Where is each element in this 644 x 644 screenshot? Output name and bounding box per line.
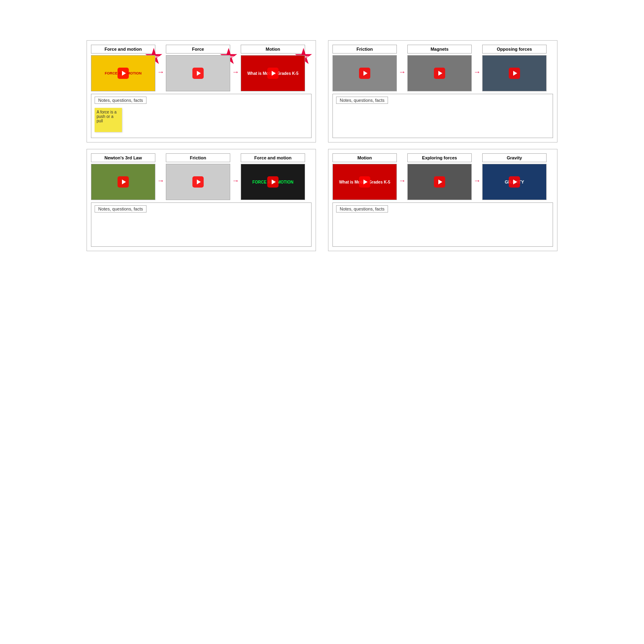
- video-card-force-motion2: Force and motion FORCE AND MOTION: [241, 153, 305, 200]
- arrow-3: →: [155, 177, 166, 185]
- left-row2-section: Newton's 3rd Law → Friction: [87, 149, 316, 251]
- video-thumbnail-6[interactable]: FORCE AND MOTION: [241, 164, 305, 200]
- video-card-force: Force REQUIRED: [166, 45, 230, 91]
- video-card-friction-left: Friction: [166, 153, 230, 200]
- right-row2-section: Motion What is Motion Grades K-5 → Explo…: [328, 149, 557, 251]
- video-label-force-motion2: Force and motion: [241, 153, 305, 162]
- video-thumbnail-4[interactable]: [91, 164, 155, 200]
- arrow-2: →: [230, 68, 241, 76]
- arrow-8: →: [472, 177, 482, 185]
- video-card-motion: Motion REQUIRED What is Motion Grades K-…: [241, 45, 305, 91]
- video-card-opposing-forces: Opposing forces: [482, 45, 547, 91]
- video-wrapper-5: [166, 164, 230, 200]
- video-thumbnail-2[interactable]: [166, 55, 230, 91]
- video-card-magnets: Magnets: [407, 45, 472, 91]
- video-label-force: Force: [166, 45, 230, 54]
- right-row1-videos: Friction → Magnets: [332, 45, 553, 91]
- play-button-9[interactable]: [509, 68, 520, 79]
- notes-label-right-2: Notes, questions, facts: [336, 205, 388, 213]
- video-card-exploring-forces: Exploring forces: [407, 153, 472, 200]
- video-label-opposing-forces: Opposing forces: [482, 45, 547, 54]
- notes-label-left-2: Notes, questions, facts: [95, 205, 147, 213]
- video-thumbnail-1[interactable]: FORCE AND MOTION: [91, 55, 155, 91]
- arrow-5: →: [397, 68, 407, 76]
- arrow-1: →: [155, 68, 166, 76]
- play-button-3[interactable]: [267, 68, 279, 79]
- right-row1-section: Friction → Magnets: [328, 40, 557, 142]
- play-button-5[interactable]: [192, 176, 204, 188]
- play-button-7[interactable]: [359, 68, 370, 79]
- video-thumbnail-9[interactable]: [482, 55, 547, 91]
- sticky-note-1: A force is a push or a pull: [95, 108, 122, 132]
- arrow-6: →: [472, 68, 482, 76]
- play-button-11[interactable]: [434, 176, 445, 188]
- video-label-force-and-motion: Force and motion: [91, 45, 155, 54]
- play-button-2[interactable]: [192, 68, 204, 79]
- video-label-friction-left: Friction: [166, 153, 230, 162]
- notes-area-right-2: Notes, questions, facts: [332, 202, 553, 247]
- video-label-exploring-forces: Exploring forces: [407, 153, 472, 162]
- video-thumbnail-7[interactable]: [332, 55, 397, 91]
- right-row2-videos: Motion What is Motion Grades K-5 → Explo…: [332, 153, 553, 200]
- left-row2-videos: Newton's 3rd Law → Friction: [91, 153, 312, 200]
- video-wrapper-3: REQUIRED What is Motion Grades K-5: [241, 55, 305, 91]
- notes-area-left-1: Notes, questions, facts A force is a pus…: [91, 94, 312, 138]
- play-button-1[interactable]: [118, 68, 129, 79]
- video-label-newtons-3rd-law: Newton's 3rd Law: [91, 153, 155, 162]
- video-label-friction-right: Friction: [332, 45, 397, 54]
- video-wrapper-11: [407, 164, 472, 200]
- arrow-7: →: [397, 177, 407, 185]
- left-section: Force and motion REQUIRED FORCE AND MOTI…: [87, 40, 316, 258]
- video-wrapper-9: [482, 55, 547, 91]
- video-label-motion: Motion: [241, 45, 305, 54]
- video-thumbnail-11[interactable]: [407, 164, 472, 200]
- video-wrapper-12: GRAVITY: [482, 164, 547, 200]
- video-wrapper-10: What is Motion Grades K-5: [332, 164, 397, 200]
- play-button-6[interactable]: [267, 176, 279, 188]
- play-button-12[interactable]: [509, 176, 520, 188]
- notes-area-left-2: Notes, questions, facts: [91, 202, 312, 247]
- video-label-motion-right: Motion: [332, 153, 397, 162]
- video-thumbnail-5[interactable]: [166, 164, 230, 200]
- play-button-8[interactable]: [434, 68, 445, 79]
- video-label-magnets: Magnets: [407, 45, 472, 54]
- left-row1-section: Force and motion REQUIRED FORCE AND MOTI…: [87, 40, 316, 142]
- main-layout: Force and motion REQUIRED FORCE AND MOTI…: [8, 16, 636, 258]
- notes-area-right-1: Notes, questions, facts: [332, 94, 553, 138]
- video-wrapper-8: [407, 55, 472, 91]
- video-thumbnail-10[interactable]: What is Motion Grades K-5: [332, 164, 397, 200]
- video-card-gravity: Gravity GRAVITY: [482, 153, 547, 200]
- arrow-4: →: [230, 177, 241, 185]
- notes-label-left-1: Notes, questions, facts: [95, 97, 147, 104]
- video-card-friction-right: Friction: [332, 45, 397, 91]
- play-button-4[interactable]: [118, 176, 129, 188]
- video-wrapper-2: REQUIRED: [166, 55, 230, 91]
- play-button-10[interactable]: [359, 176, 370, 188]
- video-card-force-and-motion: Force and motion REQUIRED FORCE AND MOTI…: [91, 45, 155, 91]
- video-wrapper-4: [91, 164, 155, 200]
- video-label-gravity: Gravity: [482, 153, 547, 162]
- notes-label-right-1: Notes, questions, facts: [336, 97, 388, 104]
- video-card-newtons-3rd-law: Newton's 3rd Law: [91, 153, 155, 200]
- video-thumbnail-3[interactable]: What is Motion Grades K-5: [241, 55, 305, 91]
- video-thumbnail-12[interactable]: GRAVITY: [482, 164, 547, 200]
- video-wrapper-7: [332, 55, 397, 91]
- right-section: Friction → Magnets: [328, 40, 557, 258]
- video-wrapper-6: FORCE AND MOTION: [241, 164, 305, 200]
- video-thumbnail-8[interactable]: [407, 55, 472, 91]
- left-row1-videos: Force and motion REQUIRED FORCE AND MOTI…: [91, 45, 312, 91]
- video-wrapper-1: REQUIRED FORCE AND MOTION: [91, 55, 155, 91]
- video-card-motion-right: Motion What is Motion Grades K-5: [332, 153, 397, 200]
